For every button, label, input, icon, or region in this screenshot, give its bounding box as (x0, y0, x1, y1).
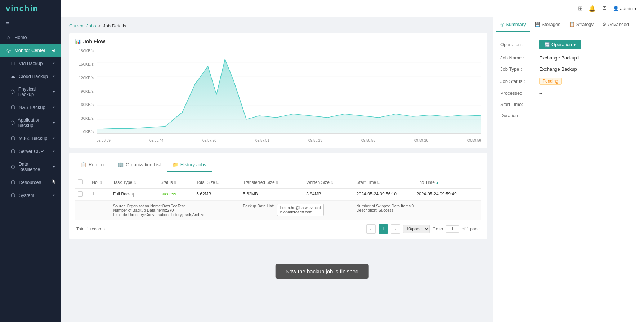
right-tab-strategy-label: Strategy (576, 22, 594, 27)
duration-label: Duration : (500, 113, 536, 118)
sort-written-size-icon[interactable]: ⇅ (330, 181, 333, 185)
resources-icon: ⬡ (10, 179, 16, 185)
sidebar-item-physical-backup[interactable]: ⬡ Physical Backup ▾ (0, 83, 61, 101)
sidebar-item-home[interactable]: ⌂ Home (0, 31, 61, 44)
tab-org-label: Organization List (126, 162, 161, 167)
sort-start-time-icon[interactable]: ⇅ (377, 181, 380, 185)
tooltip-overlay: Now the backup job is finished (276, 264, 369, 279)
sidebar-item-system[interactable]: ⬡ System ▾ (0, 189, 61, 202)
y-label-4: 60KB/s (75, 102, 94, 107)
start-time-row: Start Time: ---- (500, 102, 637, 107)
sidebar-item-resources[interactable]: ⬡ Resources ▾ (0, 176, 61, 189)
chevron-left-icon: ◀ (52, 48, 55, 52)
job-name-value: Exchange Backup1 (539, 55, 580, 61)
prev-page-btn[interactable]: ‹ (366, 224, 376, 234)
sidebar-item-vm-backup[interactable]: □ VM Backup ▾ (0, 57, 61, 70)
sort-transferred-size-icon[interactable]: ⇅ (276, 181, 278, 185)
detail-backup-data: Backup Data List: helen.he@haiwaivinchin… (240, 201, 353, 220)
chevron-down-icon: ▾ (53, 61, 55, 65)
current-page: 1 (382, 226, 384, 231)
detail-backup-count: Number of Backup Data Items:270 (113, 208, 237, 212)
row-checkbox[interactable] (78, 191, 83, 197)
th-start-time: Start Time⇅ (354, 176, 414, 189)
monitor-center-icon: ◎ (6, 47, 12, 53)
col-no-label: No. (92, 180, 99, 185)
col-total-size-label: Total Size (196, 180, 215, 185)
advanced-icon: ⚙ (602, 22, 607, 27)
row-start-time-value: 2024-05-24 09:56:10 (357, 191, 397, 197)
job-name-row: Job Name : Exchange Backup1 (500, 55, 637, 61)
row-expand[interactable] (75, 189, 89, 201)
page-size-select[interactable]: 10/page 20/page 50/page (403, 225, 430, 233)
row-task-type-value: Full Backup (113, 191, 136, 197)
sidebar-item-nas-backup[interactable]: ⬡ NAS Backup ▾ (0, 101, 61, 114)
operation-button[interactable]: 🔄 Operation ▾ (539, 40, 581, 49)
goto-input[interactable] (446, 225, 459, 233)
right-tab-storages[interactable]: 💾 Storages (530, 17, 565, 32)
page-1-btn[interactable]: 1 (379, 224, 388, 234)
monitor-icon[interactable]: 🖥 (601, 5, 607, 12)
sort-end-time-icon[interactable]: ▲ (435, 181, 439, 185)
right-tab-summary[interactable]: ◎ Summary (496, 17, 530, 32)
next-icon: › (395, 226, 396, 231)
x-label-3: 09:57:51 (255, 138, 269, 142)
cloud-backup-icon: ☁ (10, 73, 16, 79)
sidebar-item-data-resilience[interactable]: ⬡ Data Resilience ▾ (0, 158, 61, 176)
storages-icon: 💾 (535, 22, 540, 27)
table-section: 📋 Run Log 🏢 Organization List 📁 History … (69, 153, 487, 239)
vm-backup-icon: □ (10, 60, 16, 66)
grid-icon[interactable]: ⊞ (578, 5, 583, 12)
th-status: Status⇅ (158, 176, 193, 189)
history-jobs-icon: 📁 (173, 162, 178, 167)
bell-icon[interactable]: 🔔 (589, 5, 596, 12)
sort-status-icon[interactable]: ⇅ (174, 181, 176, 185)
sidebar-item-m365-backup[interactable]: ⬡ M365 Backup ▾ (0, 132, 61, 145)
tab-history-jobs[interactable]: 📁 History Jobs (167, 158, 212, 172)
sidebar-item-cloud-backup[interactable]: ☁ Cloud Backup ▾ (0, 70, 61, 83)
x-label-2: 09:57:20 (202, 138, 216, 142)
server-cdp-icon: ⬡ (10, 148, 16, 154)
detail-source-org: Source Organization Name:OverSeaTest (113, 204, 237, 208)
chevron-down-icon: ▾ (53, 149, 55, 153)
sort-task-type-icon[interactable]: ⇅ (133, 181, 136, 185)
row-end-time-value: 2024-05-24 09:59:49 (416, 191, 456, 197)
detail-exclude: Exclude Directory:Conversation History;T… (113, 212, 237, 217)
col-written-size-label: Written Size (306, 180, 329, 185)
next-page-btn[interactable]: › (391, 224, 400, 234)
physical-backup-icon: ⬡ (10, 89, 15, 94)
sort-no-icon[interactable]: ⇅ (99, 181, 102, 185)
row-transferred-size-value: 5.62MB (243, 191, 258, 197)
sidebar-item-label: VM Backup (19, 61, 43, 66)
job-flow-title: 📊 Job Flow (75, 39, 481, 44)
chart-title: Job Flow (83, 39, 105, 44)
tab-run-log-label: Run Log (89, 162, 106, 167)
right-tab-strategy[interactable]: 📋 Strategy (565, 17, 598, 32)
right-tabs: ◎ Summary 💾 Storages 📋 Strategy ⚙ Advanc… (493, 17, 644, 32)
right-tab-advanced[interactable]: ⚙ Advanced (598, 17, 633, 32)
logo-text: vinchin (6, 4, 39, 13)
sidebar-item-label: Resources (19, 180, 41, 185)
th-total-size: Total Size⇅ (193, 176, 240, 189)
breadcrumb-parent[interactable]: Current Jobs (69, 23, 96, 28)
sidebar-toggle[interactable]: ≡ (0, 17, 61, 31)
sort-total-size-icon[interactable]: ⇅ (216, 181, 219, 185)
chevron-down-icon: ▾ (53, 136, 55, 140)
select-all-checkbox[interactable] (78, 179, 83, 184)
sidebar-item-monitor-center[interactable]: ◎ Monitor Center ◀ (0, 44, 61, 57)
sidebar: vinchin ≡ ⌂ Home ◎ Monitor Center ◀ □ VM… (0, 0, 61, 322)
row-no: 1 (89, 189, 110, 201)
sidebar-item-application-backup[interactable]: ⬡ Application Backup ▾ (0, 114, 61, 132)
duration-value: ---- (539, 113, 545, 118)
y-label-2: 120KB/s (75, 76, 94, 80)
chevron-down-icon: ▾ (53, 74, 55, 78)
user-menu[interactable]: 👤 admin ▾ (613, 6, 637, 11)
sidebar-item-label: System (19, 193, 34, 198)
col-status-label: Status (161, 180, 173, 185)
row-status-value: success (161, 191, 176, 197)
status-badge: Pending (539, 78, 562, 85)
sidebar-item-server-cdp[interactable]: ⬡ Server CDP ▾ (0, 145, 61, 158)
tab-run-log[interactable]: 📋 Run Log (75, 158, 112, 172)
row-transferred-size: 5.62MB (240, 189, 303, 201)
job-status-row: Job Status : Pending (500, 78, 637, 85)
tab-organization-list[interactable]: 🏢 Organization List (112, 158, 167, 172)
